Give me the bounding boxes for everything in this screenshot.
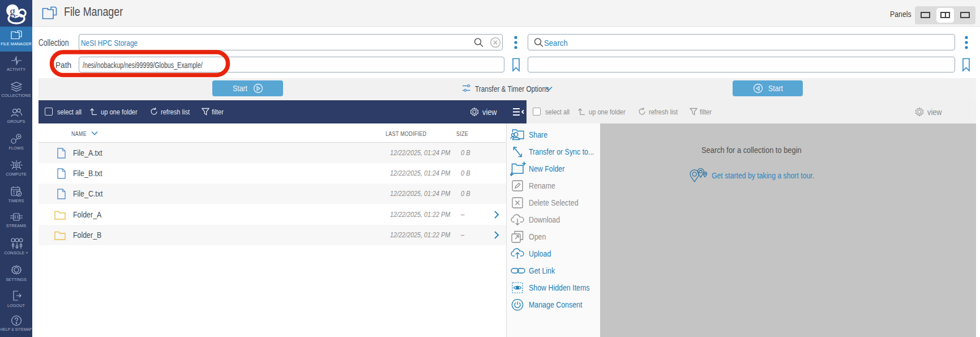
svg-text:g: g [10, 5, 15, 18]
